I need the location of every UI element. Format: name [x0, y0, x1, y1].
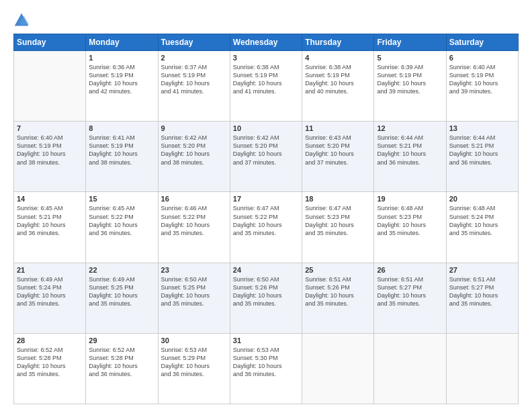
calendar-cell: 7Sunrise: 6:40 AM Sunset: 5:19 PM Daylig…: [14, 122, 86, 192]
calendar-cell: 4Sunrise: 6:38 AM Sunset: 5:19 PM Daylig…: [302, 51, 374, 122]
cell-info: Sunrise: 6:47 AM Sunset: 5:22 PM Dayligh…: [233, 204, 299, 237]
day-number: 21: [17, 266, 83, 274]
calendar-cell: 10Sunrise: 6:42 AM Sunset: 5:20 PM Dayli…: [230, 122, 302, 192]
cell-info: Sunrise: 6:47 AM Sunset: 5:23 PM Dayligh…: [305, 204, 371, 237]
day-number: 7: [17, 124, 83, 132]
calendar-cell: 8Sunrise: 6:41 AM Sunset: 5:19 PM Daylig…: [86, 122, 158, 192]
calendar-cell: 1Sunrise: 6:36 AM Sunset: 5:19 PM Daylig…: [86, 51, 158, 122]
cell-info: Sunrise: 6:51 AM Sunset: 5:27 PM Dayligh…: [377, 275, 443, 308]
calendar-cell: 22Sunrise: 6:49 AM Sunset: 5:25 PM Dayli…: [86, 263, 158, 333]
calendar-cell: 24Sunrise: 6:50 AM Sunset: 5:26 PM Dayli…: [230, 263, 302, 333]
calendar-cell: 19Sunrise: 6:48 AM Sunset: 5:23 PM Dayli…: [374, 192, 446, 263]
cell-info: Sunrise: 6:44 AM Sunset: 5:21 PM Dayligh…: [449, 134, 515, 167]
day-number: 29: [89, 336, 154, 345]
cell-info: Sunrise: 6:42 AM Sunset: 5:20 PM Dayligh…: [233, 134, 299, 167]
day-number: 20: [449, 195, 515, 203]
calendar-cell: [302, 333, 374, 404]
calendar-cell: 5Sunrise: 6:39 AM Sunset: 5:19 PM Daylig…: [374, 51, 446, 122]
day-number: 9: [161, 124, 227, 132]
cell-info: Sunrise: 6:41 AM Sunset: 5:19 PM Dayligh…: [89, 134, 154, 167]
cell-info: Sunrise: 6:52 AM Sunset: 5:28 PM Dayligh…: [89, 346, 154, 379]
cell-info: Sunrise: 6:37 AM Sunset: 5:19 PM Dayligh…: [161, 63, 227, 96]
calendar-cell: 11Sunrise: 6:43 AM Sunset: 5:20 PM Dayli…: [302, 122, 374, 192]
day-number: 30: [161, 336, 227, 345]
day-number: 19: [377, 195, 443, 203]
day-number: 28: [17, 336, 83, 345]
calendar-cell: 14Sunrise: 6:45 AM Sunset: 5:21 PM Dayli…: [14, 192, 86, 263]
cell-info: Sunrise: 6:53 AM Sunset: 5:29 PM Dayligh…: [161, 346, 227, 379]
cell-info: Sunrise: 6:49 AM Sunset: 5:25 PM Dayligh…: [89, 275, 154, 308]
day-number: 6: [449, 54, 515, 62]
day-number: 11: [305, 124, 371, 132]
calendar-cell: 9Sunrise: 6:42 AM Sunset: 5:20 PM Daylig…: [158, 122, 230, 192]
calendar-cell: 27Sunrise: 6:51 AM Sunset: 5:27 PM Dayli…: [446, 263, 518, 333]
cell-info: Sunrise: 6:52 AM Sunset: 5:28 PM Dayligh…: [17, 346, 83, 379]
cell-info: Sunrise: 6:38 AM Sunset: 5:19 PM Dayligh…: [233, 63, 299, 96]
cell-info: Sunrise: 6:53 AM Sunset: 5:30 PM Dayligh…: [233, 346, 299, 379]
calendar-cell: 12Sunrise: 6:44 AM Sunset: 5:21 PM Dayli…: [374, 122, 446, 192]
day-number: 18: [305, 195, 371, 203]
cell-info: Sunrise: 6:45 AM Sunset: 5:22 PM Dayligh…: [89, 204, 154, 237]
calendar-cell: 21Sunrise: 6:49 AM Sunset: 5:24 PM Dayli…: [14, 263, 86, 333]
day-number: 16: [161, 195, 227, 203]
day-number: 15: [89, 195, 154, 203]
cell-info: Sunrise: 6:51 AM Sunset: 5:26 PM Dayligh…: [305, 275, 371, 308]
day-number: 24: [233, 266, 299, 274]
calendar-row: 1Sunrise: 6:36 AM Sunset: 5:19 PM Daylig…: [14, 51, 519, 122]
cell-info: Sunrise: 6:40 AM Sunset: 5:19 PM Dayligh…: [17, 134, 83, 167]
calendar-header-row: SundayMondayTuesdayWednesdayThursdayFrid…: [14, 34, 519, 51]
calendar-cell: 25Sunrise: 6:51 AM Sunset: 5:26 PM Dayli…: [302, 263, 374, 333]
day-number: 22: [89, 266, 154, 274]
day-number: 14: [17, 195, 83, 203]
weekday-header: Tuesday: [158, 34, 230, 51]
day-number: 1: [89, 54, 154, 62]
calendar-row: 28Sunrise: 6:52 AM Sunset: 5:28 PM Dayli…: [14, 333, 519, 404]
day-number: 31: [233, 336, 299, 345]
cell-info: Sunrise: 6:49 AM Sunset: 5:24 PM Dayligh…: [17, 275, 83, 308]
day-number: 2: [161, 54, 227, 62]
cell-info: Sunrise: 6:36 AM Sunset: 5:19 PM Dayligh…: [89, 63, 154, 96]
day-number: 10: [233, 124, 299, 132]
calendar-cell: 23Sunrise: 6:50 AM Sunset: 5:25 PM Dayli…: [158, 263, 230, 333]
calendar-cell: 3Sunrise: 6:38 AM Sunset: 5:19 PM Daylig…: [230, 51, 302, 122]
calendar-cell: [446, 333, 518, 404]
cell-info: Sunrise: 6:43 AM Sunset: 5:20 PM Dayligh…: [305, 134, 371, 167]
day-number: 17: [233, 195, 299, 203]
calendar-row: 7Sunrise: 6:40 AM Sunset: 5:19 PM Daylig…: [14, 122, 519, 192]
calendar-row: 21Sunrise: 6:49 AM Sunset: 5:24 PM Dayli…: [14, 263, 519, 333]
cell-info: Sunrise: 6:46 AM Sunset: 5:22 PM Dayligh…: [161, 204, 227, 237]
calendar-table: SundayMondayTuesdayWednesdayThursdayFrid…: [13, 34, 519, 404]
cell-info: Sunrise: 6:42 AM Sunset: 5:20 PM Dayligh…: [161, 134, 227, 167]
weekday-header: Sunday: [14, 34, 86, 51]
calendar-cell: 15Sunrise: 6:45 AM Sunset: 5:22 PM Dayli…: [86, 192, 158, 263]
day-number: 26: [377, 266, 443, 274]
cell-info: Sunrise: 6:38 AM Sunset: 5:19 PM Dayligh…: [305, 63, 371, 96]
day-number: 27: [449, 266, 515, 274]
cell-info: Sunrise: 6:40 AM Sunset: 5:19 PM Dayligh…: [449, 63, 515, 96]
calendar-cell: 30Sunrise: 6:53 AM Sunset: 5:29 PM Dayli…: [158, 333, 230, 404]
calendar-cell: 20Sunrise: 6:48 AM Sunset: 5:24 PM Dayli…: [446, 192, 518, 263]
calendar-cell: 28Sunrise: 6:52 AM Sunset: 5:28 PM Dayli…: [14, 333, 86, 404]
calendar-cell: 31Sunrise: 6:53 AM Sunset: 5:30 PM Dayli…: [230, 333, 302, 404]
weekday-header: Thursday: [302, 34, 374, 51]
calendar-row: 14Sunrise: 6:45 AM Sunset: 5:21 PM Dayli…: [14, 192, 519, 263]
logo-icon: [13, 12, 30, 28]
calendar-cell: 17Sunrise: 6:47 AM Sunset: 5:22 PM Dayli…: [230, 192, 302, 263]
day-number: 3: [233, 54, 299, 62]
day-number: 4: [305, 54, 371, 62]
day-number: 5: [377, 54, 443, 62]
cell-info: Sunrise: 6:45 AM Sunset: 5:21 PM Dayligh…: [17, 204, 83, 237]
cell-info: Sunrise: 6:44 AM Sunset: 5:21 PM Dayligh…: [377, 134, 443, 167]
calendar-cell: 6Sunrise: 6:40 AM Sunset: 5:19 PM Daylig…: [446, 51, 518, 122]
weekday-header: Monday: [86, 34, 158, 51]
weekday-header: Wednesday: [230, 34, 302, 51]
day-number: 23: [161, 266, 227, 274]
calendar-cell: 26Sunrise: 6:51 AM Sunset: 5:27 PM Dayli…: [374, 263, 446, 333]
calendar-cell: 13Sunrise: 6:44 AM Sunset: 5:21 PM Dayli…: [446, 122, 518, 192]
calendar-cell: 16Sunrise: 6:46 AM Sunset: 5:22 PM Dayli…: [158, 192, 230, 263]
day-number: 13: [449, 124, 515, 132]
calendar-cell: [14, 51, 86, 122]
cell-info: Sunrise: 6:48 AM Sunset: 5:23 PM Dayligh…: [377, 204, 443, 237]
cell-info: Sunrise: 6:50 AM Sunset: 5:25 PM Dayligh…: [161, 275, 227, 308]
day-number: 8: [89, 124, 154, 132]
